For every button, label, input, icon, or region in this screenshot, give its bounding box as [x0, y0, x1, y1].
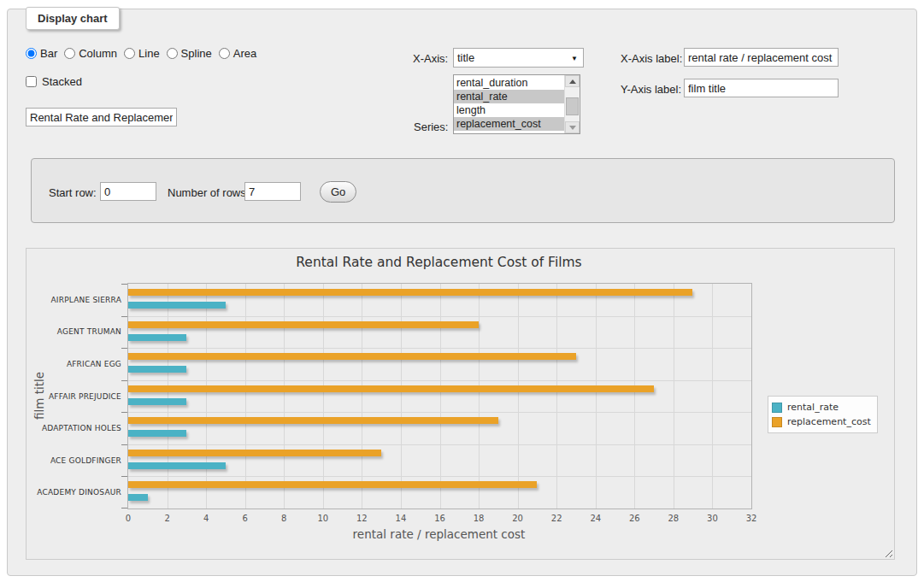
y-tick-mark [121, 380, 127, 381]
series-listbox[interactable]: rental_durationrental_ratelengthreplacem… [453, 74, 580, 134]
series-option-rental_rate[interactable]: rental_rate [454, 90, 565, 103]
series-options: rental_durationrental_ratelengthreplacem… [454, 76, 565, 131]
gridline-vertical [401, 284, 402, 509]
go-button[interactable]: Go [320, 181, 356, 203]
stacked-checkbox[interactable] [26, 76, 37, 87]
x-axis-label-input[interactable] [684, 48, 839, 67]
x-tick-label: 12 [349, 514, 374, 523]
gridline-vertical [206, 284, 207, 509]
series-option-rental_duration[interactable]: rental_duration [454, 76, 565, 90]
gridline-horizontal [128, 348, 751, 349]
x-tick-label: 30 [699, 514, 725, 523]
chart-type-radio-column[interactable] [64, 48, 75, 59]
scroll-up-button[interactable] [565, 75, 580, 87]
y-tick-mark [121, 412, 127, 413]
stacked-checkbox-row: Stacked [26, 75, 82, 88]
fieldset-legend: Display chart [26, 7, 120, 30]
legend-label: replacement_cost [787, 416, 871, 427]
x-tick-label: 28 [661, 514, 686, 523]
category-label: AFFAIR PREJUDICE [31, 392, 121, 401]
chart-type-label: Line [138, 47, 160, 60]
x-tick-label: 6 [232, 514, 258, 523]
gridline-vertical [479, 284, 480, 509]
gridline-vertical [596, 284, 597, 509]
scroll-down-icon [569, 126, 576, 130]
category-label: AGENT TRUMAN [31, 327, 121, 336]
legend-swatch-icon [772, 403, 782, 413]
gridline-vertical [323, 284, 324, 509]
chart-type-option-column: Column [64, 47, 117, 60]
x-tick-label: 4 [193, 514, 219, 523]
number-of-rows-input[interactable] [244, 182, 301, 201]
start-row-input[interactable] [100, 182, 156, 201]
chart-type-radio-line[interactable] [124, 48, 135, 59]
chart-x-axis-title: rental rate / replacement cost [127, 527, 750, 541]
series-option-length[interactable]: length [454, 103, 565, 117]
gridline-vertical [634, 284, 635, 509]
y-axis-label-label: Y-Axis label: [621, 83, 681, 96]
chart-type-label: Spline [181, 47, 212, 60]
y-axis-label-input[interactable] [684, 79, 839, 97]
page: Display chart BarColumnLineSplineArea St… [0, 0, 924, 582]
gridline-horizontal [128, 476, 751, 477]
chart-type-label: Area [233, 47, 256, 60]
chart-type-radio-spline[interactable] [167, 48, 178, 59]
bar-rental_rate [128, 366, 186, 373]
bar-replacement_cost [128, 450, 381, 456]
x-tick-label: 0 [115, 514, 141, 523]
category-label: ADAPTATION HOLES [31, 424, 121, 432]
x-tick-label: 20 [505, 514, 531, 523]
chart-type-option-bar: Bar [26, 47, 57, 60]
start-row-label: Start row: [49, 186, 97, 199]
legend-row-rental_rate: rental_rate [772, 400, 871, 414]
bar-rental_rate [128, 302, 226, 309]
chart-type-radio-bar[interactable] [26, 48, 37, 59]
category-label: ACADEMY DINOSAUR [31, 488, 121, 497]
x-axis-label-label: X-Axis label: [621, 52, 682, 65]
x-axis-select[interactable]: title ▼ [453, 48, 584, 68]
x-axis-select-label: X-Axis: [413, 52, 448, 65]
chart-type-label: Bar [40, 47, 57, 60]
bar-rental_rate [128, 462, 226, 469]
scrollbar-thumb[interactable] [566, 97, 579, 115]
y-tick-mark [121, 284, 127, 285]
legend-label: rental_rate [787, 402, 839, 413]
chart-type-option-spline: Spline [167, 47, 212, 60]
gridline-vertical [168, 284, 168, 509]
bar-rental_rate [128, 398, 186, 405]
gridline-horizontal [128, 412, 751, 413]
chart-legend: rental_ratereplacement_cost [768, 396, 878, 433]
bar-replacement_cost [128, 481, 537, 488]
scroll-down-button[interactable] [565, 121, 580, 133]
category-label: ACE GOLDFINGER [31, 456, 121, 465]
chart-type-option-area: Area [219, 47, 256, 60]
chart-type-radio-area[interactable] [219, 48, 230, 59]
x-tick-label: 22 [544, 514, 569, 523]
x-tick-label: 8 [271, 514, 297, 523]
gridline-vertical [245, 284, 246, 509]
y-tick-mark [121, 508, 127, 509]
legend-swatch-icon [772, 417, 782, 427]
chart-title-input[interactable] [26, 108, 177, 126]
gridline-vertical [362, 284, 362, 509]
y-tick-mark [121, 316, 127, 317]
gridline-horizontal [128, 444, 751, 445]
x-tick-label: 32 [739, 514, 764, 523]
x-tick-label: 2 [155, 514, 180, 523]
gridline-vertical [712, 284, 713, 509]
gridline-horizontal [128, 380, 751, 381]
gridline-vertical [556, 284, 557, 509]
category-label: AFRICAN EGG [31, 360, 121, 368]
bar-replacement_cost [128, 385, 654, 392]
legend-row-replacement_cost: replacement_cost [772, 414, 871, 429]
series-listbox-scrollbar[interactable] [564, 75, 580, 133]
rows-panel: Start row: Number of rows: Go [31, 158, 895, 223]
series-option-replacement_cost[interactable]: replacement_cost [454, 117, 565, 131]
y-tick-mark [121, 348, 127, 349]
chart-type-label: Column [79, 47, 117, 60]
gridline-horizontal [128, 316, 751, 317]
plot-grid: 02468101214161820222426283032AIRPLANE SI… [127, 283, 752, 509]
y-tick-mark [121, 476, 127, 477]
chart-title: Rental Rate and Replacement Cost of Film… [127, 255, 750, 270]
resize-handle-icon[interactable] [883, 548, 892, 557]
